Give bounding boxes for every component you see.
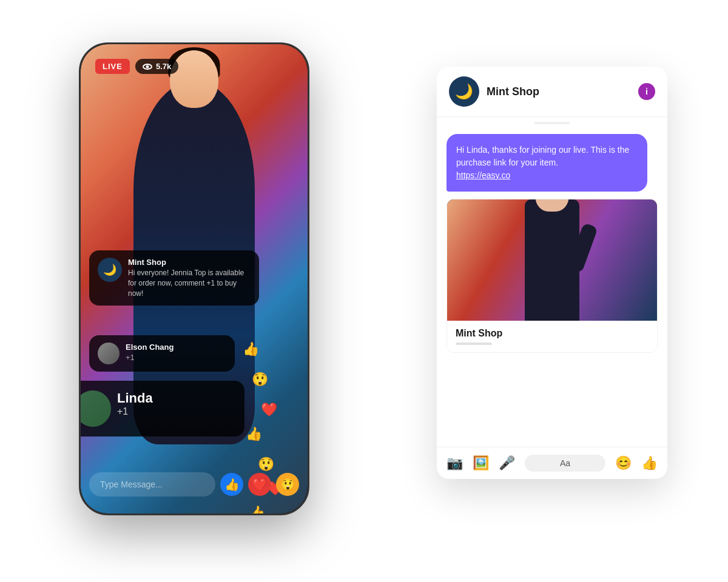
messenger-link[interactable]: https://easy.co bbox=[456, 170, 510, 180]
wow-button[interactable]: 😲 bbox=[276, 473, 299, 496]
linda-comment-bubble: Linda +1 bbox=[81, 381, 244, 436]
elson-comment-bubble: Elson Chang +1 bbox=[89, 335, 235, 372]
messenger-body: Hi Linda, thanks for joining our live. T… bbox=[437, 129, 667, 447]
microphone-icon[interactable]: 🎤 bbox=[499, 455, 515, 471]
divider bbox=[534, 122, 570, 124]
heart-button[interactable]: ❤️ bbox=[248, 473, 271, 496]
wow-emoji-1: 😲 bbox=[252, 372, 268, 387]
text-input-button[interactable]: Aa bbox=[525, 455, 605, 472]
messenger-shop-avatar: 🌙 bbox=[449, 76, 479, 107]
messenger-header: 🌙 Mint Shop i bbox=[437, 67, 667, 117]
heart-emoji-1: ❤️ bbox=[261, 402, 277, 418]
mint-shop-name: Mint Shop bbox=[128, 258, 251, 267]
emoji-icon[interactable]: 😊 bbox=[615, 455, 632, 471]
messenger-bubble-text: Hi Linda, thanks for joining our live. T… bbox=[456, 145, 629, 167]
product-person-head bbox=[536, 199, 569, 212]
elson-name: Elson Chang bbox=[126, 343, 174, 352]
thumbs-up-emoji-3: 👍 bbox=[249, 505, 265, 513]
product-image bbox=[447, 199, 657, 321]
elson-avatar bbox=[98, 343, 120, 364]
scroll-hint bbox=[437, 117, 667, 129]
messenger-footer: 📷 🖼️ 🎤 Aa 😊 👍 bbox=[437, 447, 667, 479]
thumbs-up-emoji-1: 👍 bbox=[243, 341, 259, 357]
thumbs-up-icon[interactable]: 👍 bbox=[641, 455, 658, 471]
linda-name: Linda bbox=[117, 390, 153, 406]
viewers-count: 5.7k bbox=[135, 59, 178, 74]
product-card[interactable]: Mint Shop bbox=[447, 199, 658, 353]
mint-shop-avatar: 🌙 bbox=[98, 258, 122, 282]
product-person-silhouette bbox=[525, 199, 579, 321]
product-bar bbox=[456, 343, 492, 345]
message-input[interactable]: Type Message... bbox=[89, 472, 215, 497]
eye-icon bbox=[143, 64, 152, 70]
elson-comment-content: Elson Chang +1 bbox=[126, 343, 174, 362]
wow-emoji-2: 😲 bbox=[258, 457, 274, 472]
mint-shop-comment-bubble: 🌙 Mint Shop Hi everyone! Jennia Top is a… bbox=[89, 250, 259, 306]
mint-shop-text: Hi everyone! Jennia Top is available for… bbox=[128, 268, 251, 298]
thumbs-up-button[interactable]: 👍 bbox=[220, 473, 243, 496]
linda-plus: +1 bbox=[117, 406, 153, 417]
image-icon[interactable]: 🖼️ bbox=[473, 455, 489, 471]
phone-frame: LIVE 5.7k 🌙 Mint Shop Hi everyone! Jenni… bbox=[79, 42, 309, 515]
mint-shop-comment-content: Mint Shop Hi everyone! Jennia Top is ava… bbox=[128, 258, 251, 298]
info-button[interactable]: i bbox=[638, 83, 655, 100]
live-badge: LIVE bbox=[95, 59, 130, 74]
messenger-shop-name: Mint Shop bbox=[487, 85, 631, 98]
linda-avatar bbox=[81, 390, 111, 427]
product-name: Mint Shop bbox=[456, 328, 649, 339]
camera-icon[interactable]: 📷 bbox=[447, 455, 463, 471]
thumbs-up-emoji-2: 👍 bbox=[246, 426, 262, 442]
phone-screen: LIVE 5.7k 🌙 Mint Shop Hi everyone! Jenni… bbox=[81, 44, 308, 513]
linda-comment-content: Linda +1 bbox=[117, 390, 153, 417]
elson-plus: +1 bbox=[126, 353, 174, 362]
message-bar: Type Message... 👍 ❤️ 😲 bbox=[89, 472, 299, 497]
messenger-panel: 🌙 Mint Shop i Hi Linda, thanks for joini… bbox=[437, 67, 667, 479]
product-info: Mint Shop bbox=[447, 321, 657, 352]
messenger-message-bubble: Hi Linda, thanks for joining our live. T… bbox=[447, 134, 647, 192]
